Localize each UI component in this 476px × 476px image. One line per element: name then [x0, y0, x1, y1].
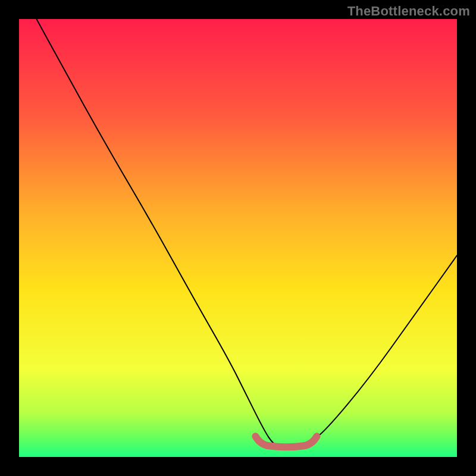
chart-svg — [19, 19, 457, 457]
gradient-background — [19, 19, 457, 457]
chart-outer-frame: TheBottleneck.com — [0, 0, 476, 476]
watermark-text: TheBottleneck.com — [347, 4, 470, 19]
plot-area — [19, 19, 457, 457]
